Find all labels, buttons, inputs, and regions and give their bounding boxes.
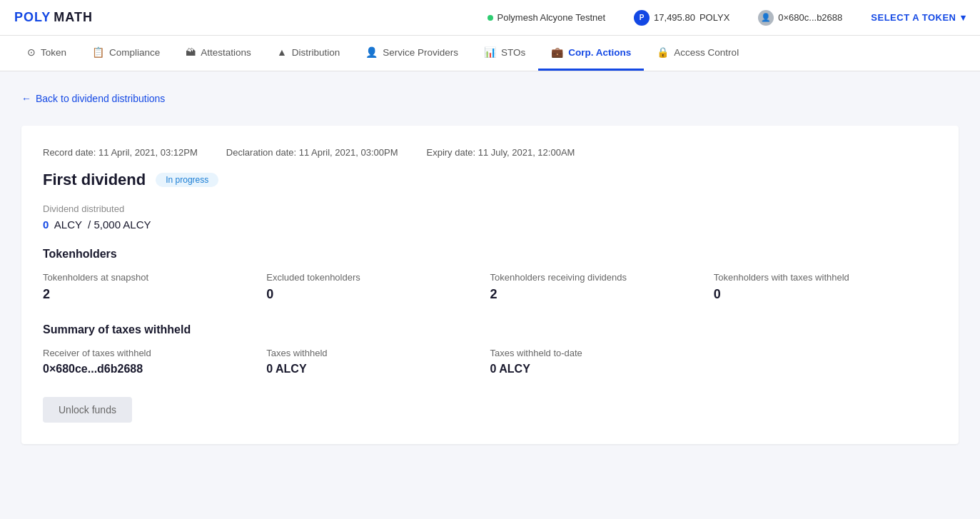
stat-excluded: Excluded tokenholders 0 <box>266 272 490 302</box>
dividend-title: First dividend <box>43 171 146 189</box>
nav-label-token: Token <box>41 47 66 58</box>
stat-receiving-label: Tokenholders receiving dividends <box>490 272 714 283</box>
nav-item-service-providers[interactable]: 👤 Service Providers <box>353 36 471 71</box>
stat-excluded-value: 0 <box>266 287 490 302</box>
account-icon: 👤 <box>758 10 774 26</box>
dividend-current: 0 <box>43 218 49 231</box>
stat-taxes-withheld-value: 0 <box>714 287 937 302</box>
taxes-withheld-todate: Taxes withheld to-date 0 ALCY <box>490 348 714 376</box>
main-nav: ⊙ Token 📋 Compliance 🏔 Attestations ▲ Di… <box>0 36 980 71</box>
nav-label-compliance: Compliance <box>109 47 160 58</box>
nav-item-token[interactable]: ⊙ Token <box>14 36 79 71</box>
nav-label-attestations: Attestations <box>201 47 251 58</box>
taxes-withheld-label: Taxes withheld <box>266 348 490 358</box>
service-providers-icon: 👤 <box>365 46 378 58</box>
taxes-receiver-label: Receiver of taxes withheld <box>43 348 266 358</box>
stat-snapshot: Tokenholders at snapshot 2 <box>43 272 266 302</box>
select-token-label: SELECT A TOKEN <box>871 12 956 23</box>
stat-snapshot-label: Tokenholders at snapshot <box>43 272 266 283</box>
stat-excluded-label: Excluded tokenholders <box>266 272 490 283</box>
stat-receiving-value: 2 <box>490 287 714 302</box>
nav-item-compliance[interactable]: 📋 Compliance <box>79 36 173 71</box>
balance-currency: POLYX <box>699 12 729 23</box>
dividend-currency: ALCY <box>54 218 82 231</box>
access-control-icon: 🔒 <box>657 46 669 58</box>
nav-item-access-control[interactable]: 🔒 Access Control <box>644 36 752 71</box>
unlock-funds-button[interactable]: Unlock funds <box>43 397 132 423</box>
meta-row: Record date: 11 April, 2021, 03:12PM Dec… <box>43 147 937 158</box>
stat-taxes-withheld-label: Tokenholders with taxes withheld <box>714 272 937 283</box>
taxes-summary-row: Receiver of taxes withheld 0×680ce...d6b… <box>43 348 937 376</box>
title-row: First dividend In progress <box>43 171 937 189</box>
header: POLYMATH Polymesh Alcyone Testnet P 17,4… <box>0 0 980 36</box>
tokenholders-stats: Tokenholders at snapshot 2 Excluded toke… <box>43 272 937 302</box>
corp-actions-icon: 💼 <box>551 46 563 58</box>
tokenholders-section-title: Tokenholders <box>43 248 937 261</box>
nav-label-stos: STOs <box>501 47 525 58</box>
account-address: 0×680c...b2688 <box>778 12 842 23</box>
dividend-card: Record date: 11 April, 2021, 03:12PM Dec… <box>21 126 959 444</box>
stat-taxes-withheld: Tokenholders with taxes withheld 0 <box>714 272 937 302</box>
balance-display: P 17,495.80 POLYX <box>634 10 729 26</box>
logo: POLYMATH <box>14 10 93 25</box>
declaration-date-label: Declaration date: 11 April, 2021, 03:00P… <box>226 147 398 158</box>
polyx-icon: P <box>634 10 650 26</box>
nav-label-distribution: Distribution <box>292 47 340 58</box>
distribution-icon: ▲ <box>277 46 287 58</box>
nav-item-corp-actions[interactable]: 💼 Corp. Actions <box>538 36 644 71</box>
nav-label-service-providers: Service Providers <box>383 47 458 58</box>
dividend-distributed-label: Dividend distributed <box>43 203 937 214</box>
taxes-withheld-todate-value: 0 ALCY <box>490 363 714 376</box>
taxes-withheld: Taxes withheld 0 ALCY <box>266 348 490 376</box>
compliance-icon: 📋 <box>92 46 104 58</box>
stos-icon: 📊 <box>484 46 496 58</box>
nav-item-attestations[interactable]: 🏔 Attestations <box>173 36 264 71</box>
balance-value: 17,495.80 <box>654 12 695 23</box>
stat-snapshot-value: 2 <box>43 287 266 302</box>
taxes-withheld-todate-label: Taxes withheld to-date <box>490 348 714 358</box>
expiry-date-label: Expiry date: 11 July, 2021, 12:00AM <box>427 147 575 158</box>
record-date-label: Record date: 11 April, 2021, 03:12PM <box>43 147 198 158</box>
network-status-dot <box>488 15 493 21</box>
taxes-receiver-value: 0×680ce...d6b2688 <box>43 363 266 376</box>
page-content: ← Back to dividend distributions Record … <box>0 71 980 465</box>
network-label: Polymesh Alcyone Testnet <box>497 12 606 23</box>
account-display: 👤 0×680c...b2688 <box>758 10 842 26</box>
stat-receiving: Tokenholders receiving dividends 2 <box>490 272 714 302</box>
back-link-label: Back to dividend distributions <box>36 93 165 104</box>
status-badge: In progress <box>156 173 218 187</box>
taxes-section-title: Summary of taxes withheld <box>43 323 937 336</box>
back-link[interactable]: ← Back to dividend distributions <box>21 93 165 104</box>
taxes-withheld-value: 0 ALCY <box>266 363 490 376</box>
token-icon: ⊙ <box>27 46 36 58</box>
attestations-icon: 🏔 <box>186 46 196 58</box>
nav-item-distribution[interactable]: ▲ Distribution <box>264 36 353 71</box>
nav-item-stos[interactable]: 📊 STOs <box>471 36 538 71</box>
logo-math: MATH <box>54 10 93 25</box>
dividend-distributed-value: 0 ALCY / 5,000 ALCY <box>43 218 937 231</box>
logo-poly: POLY <box>14 10 51 25</box>
dividend-total: 5,000 ALCY <box>94 218 151 231</box>
taxes-empty-slot <box>714 348 937 376</box>
select-token-button[interactable]: SELECT A TOKEN ▾ <box>871 12 966 23</box>
taxes-receiver: Receiver of taxes withheld 0×680ce...d6b… <box>43 348 266 376</box>
nav-label-corp-actions: Corp. Actions <box>568 47 631 58</box>
network-indicator: Polymesh Alcyone Testnet <box>488 12 606 23</box>
back-arrow-icon: ← <box>21 93 31 104</box>
chevron-down-icon: ▾ <box>961 12 966 23</box>
taxes-summary-section: Summary of taxes withheld Receiver of ta… <box>43 323 937 376</box>
nav-label-access-control: Access Control <box>674 47 739 58</box>
